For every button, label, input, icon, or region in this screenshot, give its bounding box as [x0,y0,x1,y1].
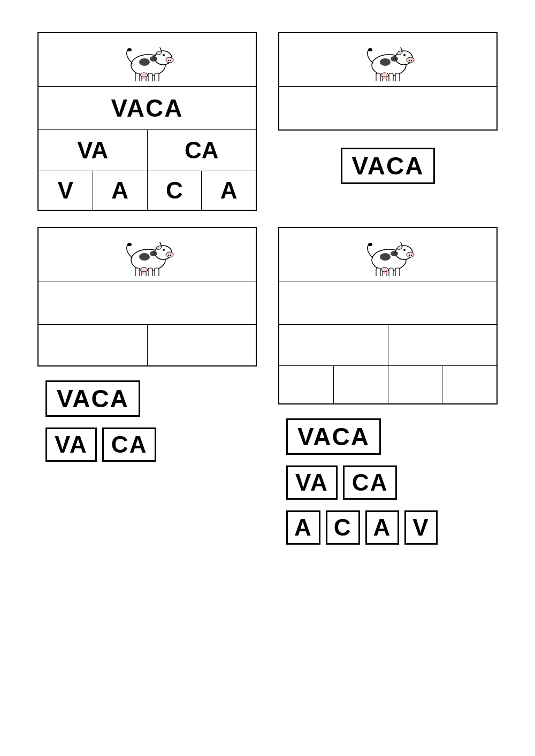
svg-point-24 [403,54,406,56]
svg-rect-46 [135,268,140,276]
float-syl-va-mid-right: VA [286,465,338,500]
svg-point-22 [409,59,410,60]
svg-point-72 [381,268,388,272]
svg-point-51 [139,253,150,261]
float-syl-ca-mid-right: CA [343,465,398,500]
letter-label-v: V [58,177,73,204]
svg-point-32 [380,58,391,66]
svg-point-61 [411,254,412,255]
svg-point-13 [139,58,150,66]
svg-point-2 [166,57,173,63]
svg-point-15 [140,73,148,77]
svg-point-41 [168,254,169,255]
svg-point-59 [407,252,414,257]
float-letter-a2-mid-right: A [365,510,400,545]
svg-point-21 [407,57,414,63]
float-syl-va-mid-left: VA [45,427,97,462]
syllable-label-va: VA [77,137,108,164]
svg-point-33 [391,56,398,62]
cow-image-4 [356,233,420,276]
svg-point-60 [409,254,410,255]
letter-label-c: C [166,177,183,204]
svg-rect-68 [395,268,400,276]
svg-rect-10 [148,73,152,81]
svg-point-53 [140,268,148,272]
svg-rect-49 [155,268,159,276]
svg-rect-30 [395,73,400,81]
boxed-word-top-right: VACA [341,148,435,184]
svg-point-34 [381,73,388,77]
word-label-1: VACA [111,94,184,123]
svg-point-50 [127,243,132,246]
cow-image-1 [115,39,179,81]
cow-image-3 [115,233,179,276]
svg-point-40 [166,252,173,257]
float-word-mid-right: VACA [286,418,381,455]
svg-point-23 [411,59,412,60]
letter-label-a1: A [111,177,128,204]
svg-point-12 [127,48,132,51]
svg-point-4 [170,59,171,60]
svg-point-69 [368,243,372,246]
svg-rect-65 [376,268,380,276]
float-word-mid-left: VACA [45,380,140,417]
svg-rect-27 [376,73,380,81]
svg-rect-67 [389,268,393,276]
syllable-label-ca: CA [185,137,219,164]
svg-point-14 [150,56,157,62]
letter-label-a2: A [220,177,238,204]
float-letter-a-mid-right: A [286,510,320,545]
svg-point-71 [391,251,398,256]
svg-point-3 [168,59,169,60]
svg-point-43 [163,249,165,251]
svg-point-70 [380,253,391,261]
svg-point-42 [170,254,171,255]
cow-image-2 [356,39,420,81]
svg-rect-11 [155,73,159,81]
float-letter-c-mid-right: C [326,510,360,545]
svg-rect-29 [389,73,393,81]
svg-rect-8 [135,73,140,81]
svg-point-5 [163,54,165,56]
svg-point-62 [403,249,406,251]
float-letter-v-mid-right: V [404,510,437,545]
svg-point-52 [150,251,157,256]
svg-rect-48 [148,268,152,276]
float-syl-ca-mid-left: CA [102,427,157,462]
svg-point-31 [368,48,372,51]
